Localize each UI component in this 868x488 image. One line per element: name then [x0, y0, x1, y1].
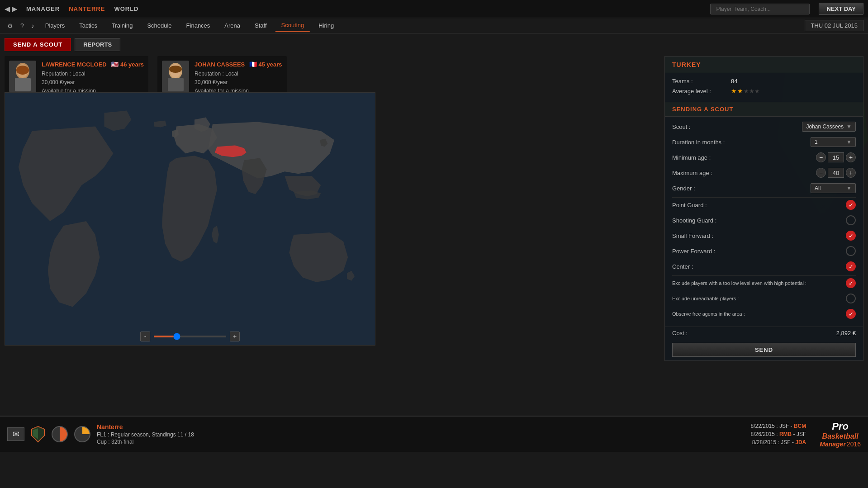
max-age-row: Maximum age : − 40 + [672, 166, 856, 179]
center-control: ✓ [763, 261, 856, 271]
next-day-button[interactable]: NEXT DAY [819, 3, 863, 15]
tab-tactics[interactable]: Tactics [73, 20, 104, 31]
music-icon[interactable]: ♪ [28, 20, 37, 31]
observe-free-agents-label: Observe free agents in the area : [672, 311, 826, 317]
scout-form: Scout : Johan Cassees ▼ Duration in mont… [665, 117, 863, 327]
team-logo-ring2 [74, 426, 90, 442]
cost-label: Cost : [672, 330, 836, 336]
small-forward-control: ✓ [763, 231, 856, 241]
power-forward-checkbox[interactable] [846, 246, 856, 256]
send-scout-button[interactable]: SEND A SCOUT [5, 38, 71, 51]
exclude-low-level-checkbox[interactable]: ✓ [846, 278, 856, 288]
scout-flag-cassees: 🇫🇷 [249, 61, 257, 68]
nav-world[interactable]: WORLD [114, 5, 138, 12]
svg-rect-6 [168, 78, 184, 91]
observe-free-agents-checkbox[interactable]: ✓ [846, 309, 856, 319]
match-highlight-2: RMB [779, 431, 792, 437]
scout-flag-mccloed: 🇺🇸 [111, 61, 119, 68]
sending-scout-header: SENDING A SCOUT [665, 102, 863, 117]
tab-finances[interactable]: Finances [180, 20, 217, 31]
center-checkbox[interactable]: ✓ [846, 261, 856, 271]
exclude-low-level-row: Exclude players with a too low level eve… [672, 277, 856, 289]
scout-dropdown-arrow: ▼ [846, 123, 852, 130]
power-forward-control [763, 246, 856, 256]
duration-row: Duration in months : 1 ▼ [672, 136, 856, 148]
exclude-unreachable-control [826, 294, 856, 303]
country-stats: Teams : 84 Average level : ★★★★★ [665, 73, 863, 102]
gender-row: Gender : All ▼ [672, 182, 856, 194]
duration-dropdown[interactable]: 1 ▼ [811, 137, 856, 147]
map-svg [5, 93, 375, 345]
match-teams-3: JSF - [781, 439, 795, 445]
avg-level-stars: ★★ [731, 87, 744, 95]
power-forward-row: Power Forward : [672, 245, 856, 257]
gender-dropdown-arrow: ▼ [846, 185, 852, 191]
help-icon[interactable]: ? [18, 20, 27, 31]
max-age-stepper: − 40 + [816, 168, 856, 178]
match-date-3: 8/28/2015 : [752, 439, 779, 445]
zoom-in-button[interactable]: + [230, 332, 240, 341]
avg-level-stat-row: Average level : ★★★★★ [672, 87, 856, 95]
main-content: SEND A SCOUT REPORTS LAWRENCE MCCLOED [0, 33, 868, 452]
send-button[interactable]: SEND [672, 343, 856, 357]
tab-scouting[interactable]: Scouting [275, 19, 311, 32]
scout-info-cassees: JOHAN CASSEES 🇫🇷 45 years Reputation : L… [194, 61, 282, 96]
nav-arrows[interactable]: ◀ ▶ [5, 5, 17, 13]
min-age-increase-button[interactable]: + [846, 152, 856, 162]
cost-row: Cost : 2,892 € [665, 327, 863, 339]
max-age-value: 40 [828, 168, 844, 178]
game-logo-year: 2016 [847, 441, 861, 448]
tab-training[interactable]: Training [105, 20, 139, 31]
scout-selection-control: Johan Cassees ▼ [763, 122, 856, 132]
game-logo-pro: Pro [832, 421, 849, 432]
svg-rect-2 [15, 78, 31, 91]
observe-free-agents-row: Observe free agents in the area : ✓ [672, 308, 856, 320]
scout-dropdown[interactable]: Johan Cassees ▼ [802, 122, 856, 132]
scout-selection-label: Scout : [672, 123, 763, 130]
zoom-out-button[interactable]: - [140, 332, 150, 341]
second-navigation: ⚙ ? ♪ Players Tactics Training Schedule … [0, 18, 868, 33]
scout-reputation-mccloed: Reputation : Local [42, 70, 144, 78]
back-arrow[interactable]: ◀ [5, 5, 10, 13]
gender-dropdown[interactable]: All ▼ [811, 183, 856, 193]
nav-manager[interactable]: MANAGER [26, 5, 60, 12]
shooting-guard-checkbox[interactable] [846, 215, 856, 225]
league-info: FL1 : Regular season, Standings 11 / 18 [97, 431, 194, 438]
exclude-unreachable-row: Exclude unreachable players : [672, 292, 856, 305]
match-date-1: 8/22/2015 : [751, 423, 778, 429]
forward-arrow[interactable]: ▶ [12, 5, 17, 13]
top-navigation: ◀ ▶ MANAGER NANTERRE WORLD NEXT DAY [0, 0, 868, 18]
bottom-right: 8/22/2015 : JSF - BCM 8/26/2015 : RMB - … [751, 421, 861, 448]
tab-staff[interactable]: Staff [248, 20, 273, 31]
avg-level-label: Average level : [672, 88, 731, 95]
shooting-guard-label: Shooting Guard : [672, 217, 763, 224]
exclude-unreachable-checkbox[interactable] [846, 294, 856, 303]
reports-button[interactable]: REPORTS [75, 38, 120, 51]
point-guard-checkbox[interactable]: ✓ [846, 200, 856, 210]
match-teams-1: JSF - [779, 423, 794, 429]
tab-arena[interactable]: Arena [218, 20, 247, 31]
tab-schedule[interactable]: Schedule [141, 20, 178, 31]
email-icon[interactable]: ✉ [7, 427, 24, 441]
small-forward-checkbox[interactable]: ✓ [846, 231, 856, 241]
nav-nanterre[interactable]: NANTERRE [69, 5, 105, 12]
duration-label: Duration in months : [672, 139, 763, 146]
tab-players[interactable]: Players [39, 20, 71, 31]
bottom-bar: ✉ Nanterre FL1 : Regular season, Standin… [0, 416, 868, 452]
scout-name-mccloed: LAWRENCE MCCLOED 🇺🇸 46 years [42, 61, 144, 68]
action-bar: SEND A SCOUT REPORTS [5, 38, 120, 51]
match-result-3: 8/28/2015 : JSF - JDA [751, 439, 806, 445]
country-header: TURKEY [665, 57, 863, 73]
point-guard-label: Point Guard : [672, 202, 763, 208]
zoom-slider[interactable] [154, 336, 226, 337]
tab-hiring[interactable]: Hiring [312, 20, 340, 31]
settings-icon[interactable]: ⚙ [5, 20, 16, 31]
cost-value: 2,892 € [836, 330, 856, 336]
search-input[interactable] [710, 4, 810, 14]
world-map[interactable]: - + [5, 92, 375, 346]
team-info: Nanterre FL1 : Regular season, Standings… [97, 423, 194, 445]
shooting-guard-control [763, 215, 856, 225]
max-age-increase-button[interactable]: + [846, 168, 856, 178]
max-age-decrease-button[interactable]: − [816, 168, 826, 178]
min-age-decrease-button[interactable]: − [816, 152, 826, 162]
